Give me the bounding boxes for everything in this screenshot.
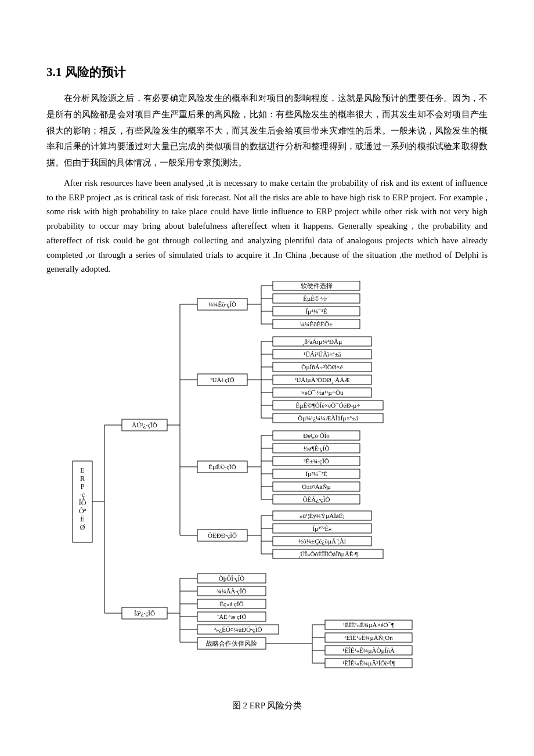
svg-text:ÐèÇó·ÕÎö: ÐèÇó·ÕÎö bbox=[303, 432, 330, 439]
svg-text:·ç: ·ç bbox=[80, 491, 85, 499]
svg-text:½ô¼±Çé¿öµÄ´¦Àí: ½ô¼±Çé¿öµÄ´¦Àí bbox=[298, 538, 346, 545]
svg-text:¸ÚÎ»ÕôÈÎÎÌÔåÎñµÄÊ·¶: ¸ÚÎ»ÕôÈÎÎÌÔåÎñµÄÊ·¶ bbox=[298, 550, 358, 558]
leaf-ext-0: ÕþÖÎ·çÏÕ bbox=[180, 574, 266, 583]
svg-text:¹ËÎÊ¹«Ê¾µÀÑ¡Öñ: ¹ËÎÊ¹«Ê¾µÀÑ¡Öñ bbox=[344, 634, 393, 641]
svg-text:Ïµ³°²È«: Ïµ³°²È« bbox=[312, 525, 332, 532]
svg-text:¹ËÎÊ¹«Ê¾µÀÒµÍñÀ: ¹ËÎÊ¹«Ê¾µÀÒµÍñÀ bbox=[342, 647, 395, 654]
svg-text:¨ÀÉ·¹æ·çÏÕ: ¨ÀÉ·¹æ·çÏÕ bbox=[217, 613, 247, 620]
l1-node-external: Íâ²¿·çÏÕ bbox=[122, 607, 167, 619]
svg-text:¸ß²ãÁìµ¼³ÐÅµ: ¸ß²ãÁìµ¼³ÐÅµ bbox=[302, 338, 342, 345]
svg-text:¼¼ÊõÈËÔ±: ¼¼ÊõÈËÔ± bbox=[300, 321, 333, 327]
svg-text:ÊµÊ©·½·¨: ÊµÊ©·½·¨ bbox=[303, 295, 330, 302]
svg-text:»û¹¦Êÿ¾ÝµÄÎáÊ¡: »û¹¦Êÿ¾ÝµÄÎáÊ¡ bbox=[300, 512, 345, 519]
l2-mgmt: ¹ÜÀí·çÏÕ bbox=[197, 374, 247, 386]
svg-text:ÖÊÁ¿·çÏÕ: ÖÊÁ¿·çÏÕ bbox=[303, 496, 330, 503]
svg-text:Òµ¼¹¿¼¼ÆÀÌåÏµ×ª±ä: Òµ¼¹¿¼¼ÆÀÌåÏµ×ª±ä bbox=[298, 415, 358, 422]
svg-text:Íâ²¿·çÏÕ: Íâ²¿·çÏÕ bbox=[134, 610, 155, 617]
svg-text:Ïµ³¼¯³É: Ïµ³¼¯³É bbox=[305, 308, 327, 315]
paragraph-english: After risk resources have been analysed … bbox=[46, 176, 488, 276]
leaf-partner-2: ¹ËÎÊ¹«Ê¾µÀÒµÍñÀ bbox=[312, 646, 412, 655]
leaf-ext-3: ¨ÀÉ·¹æ·çÏÕ bbox=[180, 612, 266, 621]
svg-text:¾­¼ÃÀ·çÏÕ: ¾­¼ÃÀ·çÏÕ bbox=[217, 588, 247, 595]
svg-text:R: R bbox=[80, 474, 85, 483]
leaf-partner-1: ¹ËÎÊ¹«Ê¾µÀÑ¡Öñ bbox=[312, 633, 412, 642]
svg-text:¹ÜÀí·çÏÕ: ¹ÜÀí·çÏÕ bbox=[210, 376, 234, 383]
root-node: E R P ·ç ÏÕ Òª Ë Ø bbox=[73, 461, 92, 542]
leaf-impl-2: ³É±¾·çÏÕ bbox=[261, 456, 360, 466]
leaf-impl-0: ÐèÇó·ÕÎö bbox=[261, 431, 360, 440]
diagram-container: E R P ·ç ÏÕ Òª Ë Ø ÄÚ²¿·çÏÕ Íâ²¿·çÏÕ ¼¼Ê… bbox=[46, 281, 488, 684]
svg-text:ÊµÊ©·çÏÕ: ÊµÊ©·çÏÕ bbox=[208, 463, 236, 470]
svg-text:ÒµÍñÁ÷³ÌÖØ×é: ÒµÍñÁ÷³ÌÖØ×é bbox=[301, 363, 342, 370]
svg-text:ÄÚ²¿·çÏÕ: ÄÚ²¿·çÏÕ bbox=[132, 422, 157, 429]
svg-text:¹ÜÁí¹ÜÄï×ª±ä: ¹ÜÁí¹ÜÄï×ª±ä bbox=[304, 351, 341, 358]
svg-text:Ïµ³¼¯³É: Ïµ³¼¯³É bbox=[305, 470, 327, 477]
svg-text:ÊµÊ©¶ÓÍé×éÖ¯ÓëÐ-µ÷: ÊµÊ©¶ÓÍé×éÖ¯ÓëÐ-µ÷ bbox=[296, 402, 360, 409]
leaf-tech-1: ÊµÊ©·½·¨ bbox=[261, 294, 360, 303]
svg-text:¹ËÎÊ¹«Ê¾µÄ²ÍÓë³Ì¶: ¹ËÎÊ¹«Ê¾µÄ²ÍÓë³Ì¶ bbox=[342, 660, 395, 667]
leaf-run-0: »û¹¦Êÿ¾ÝµÄÎáÊ¡ bbox=[261, 511, 371, 520]
svg-text:¹ËÎÊ¹«Ê¾µÀ×éÖ¯¶: ¹ËÎÊ¹«Ê¾µÀ×éÖ¯¶ bbox=[343, 621, 394, 628]
leaf-run-2: ½ô¼±Çé¿öµÄ´¦Àí bbox=[261, 537, 371, 546]
figure-caption: 图 2 ERP 风险分类 bbox=[46, 700, 488, 711]
svg-text:ÏÕ: ÏÕ bbox=[79, 499, 86, 507]
svg-text:²»¿ÉÖ¤¼ûÐÖ·çÏÕ: ²»¿ÉÖ¤¼ûÐÖ·çÏÕ bbox=[214, 626, 262, 633]
svg-text:¹ÜÁíµÄ³ÓÐØ¸·ÅÄÆ: ¹ÜÁíµÄ³ÓÐØ¸·ÅÄÆ bbox=[294, 376, 350, 384]
leaf-mgmt-4: ×éÓ¯·½á¹¹µ÷Õû bbox=[261, 388, 371, 397]
leaf-tech-2: Ïµ³¼¯³É bbox=[261, 307, 360, 316]
leaf-impl-5: ÖÊÁ¿·çÏÕ bbox=[261, 495, 360, 504]
svg-text:Òª: Òª bbox=[79, 507, 86, 515]
leaf-ext-1: ¾­¼ÃÀ·çÏÕ bbox=[180, 586, 266, 596]
leaf-partner-0: ¹ËÎÊ¹«Ê¾µÀ×éÖ¯¶ bbox=[312, 620, 412, 629]
svg-text:ÖËÐÐ·çÏÕ: ÖËÐÐ·çÏÕ bbox=[208, 532, 237, 539]
leaf-mgmt-0: ¸ß²ãÁìµ¼³ÐÅµ bbox=[261, 337, 371, 346]
svg-text:×éÓ¯·½á¹¹µ÷Õû: ×éÓ¯·½á¹¹µ÷Õû bbox=[301, 389, 344, 396]
leaf-impl-3: Ïµ³¼¯³É bbox=[261, 469, 360, 478]
l2-tech: ¼¼Êõ·çÏÕ bbox=[197, 298, 247, 310]
leaf-ext-2: Ëç»á·çÏÕ bbox=[180, 599, 266, 609]
leaf-tech-3: ¼¼ÊõÈËÔ± bbox=[261, 319, 360, 329]
svg-text:³É±¾·çÏÕ: ³É±¾·çÏÕ bbox=[304, 458, 329, 465]
leaf-partner-3: ¹ËÎÊ¹«Ê¾µÄ²ÍÓë³Ì¶ bbox=[312, 658, 412, 668]
l2-run: ÖËÐÐ·çÏÕ bbox=[197, 530, 247, 541]
leaf-impl-4: Ó±ì¤ÀàÑµ bbox=[261, 482, 360, 491]
leaf-impl-1: ½ø¶Ê·çÏÕ bbox=[261, 444, 360, 453]
svg-text:Ø: Ø bbox=[80, 523, 85, 531]
paragraph-chinese: 在分析风险源之后，有必要确定风险发生的概率和对项目的影响程度，这就是风险预计的重… bbox=[46, 91, 488, 171]
leaf-run-1: Ïµ³°²È« bbox=[261, 524, 371, 533]
svg-text:¼¼Êõ·çÏÕ: ¼¼Êõ·çÏÕ bbox=[208, 301, 236, 308]
l2-partner: 战略合作伙伴风险 bbox=[180, 638, 266, 649]
l2-impl: ÊµÊ©·çÏÕ bbox=[197, 461, 247, 473]
svg-text:软硬件选择: 软硬件选择 bbox=[301, 282, 333, 289]
svg-text:战略合作伙伴风险: 战略合作伙伴风险 bbox=[206, 640, 257, 647]
svg-text:ÕþÖÎ·çÏÕ: ÕþÖÎ·çÏÕ bbox=[219, 575, 244, 582]
leaf-tech-0: 软硬件选择 bbox=[261, 281, 360, 290]
leaf-run-3: ¸ÚÎ»ÕôÈÎÎÌÔåÎñµÄÊ·¶ bbox=[261, 549, 383, 559]
svg-text:Ó±ì¤ÀàÑµ: Ó±ì¤ÀàÑµ bbox=[302, 483, 331, 490]
hierarchy-diagram: E R P ·ç ÏÕ Òª Ë Ø ÄÚ²¿·çÏÕ Íâ²¿·çÏÕ ¼¼Ê… bbox=[70, 281, 488, 682]
leaf-mgmt-3: ¹ÜÁíµÄ³ÓÐØ¸·ÅÄÆ bbox=[261, 375, 371, 384]
section-heading: 3.1 风险的预计 bbox=[46, 64, 488, 80]
svg-text:Ëç»á·çÏÕ: Ëç»á·çÏÕ bbox=[219, 600, 243, 607]
leaf-ext-4: ²»¿ÉÖ¤¼ûÐÖ·çÏÕ bbox=[180, 625, 279, 634]
svg-text:E: E bbox=[80, 466, 84, 474]
leaf-mgmt-6: Òµ¼¹¿¼¼ÆÀÌåÏµ×ª±ä bbox=[261, 413, 383, 423]
l1-node-internal: ÄÚ²¿·çÏÕ bbox=[122, 419, 167, 431]
leaf-mgmt-5: ÊµÊ©¶ÓÍé×éÖ¯ÓëÐ-µ÷ bbox=[261, 401, 383, 410]
svg-text:Ë: Ë bbox=[80, 515, 84, 523]
svg-text:½ø¶Ê·çÏÕ: ½ø¶Ê·çÏÕ bbox=[304, 445, 330, 452]
leaf-mgmt-1: ¹ÜÁí¹ÜÄï×ª±ä bbox=[261, 350, 371, 359]
leaf-mgmt-2: ÒµÍñÁ÷³ÌÖØ×é bbox=[261, 362, 371, 372]
svg-text:P: P bbox=[81, 483, 85, 491]
